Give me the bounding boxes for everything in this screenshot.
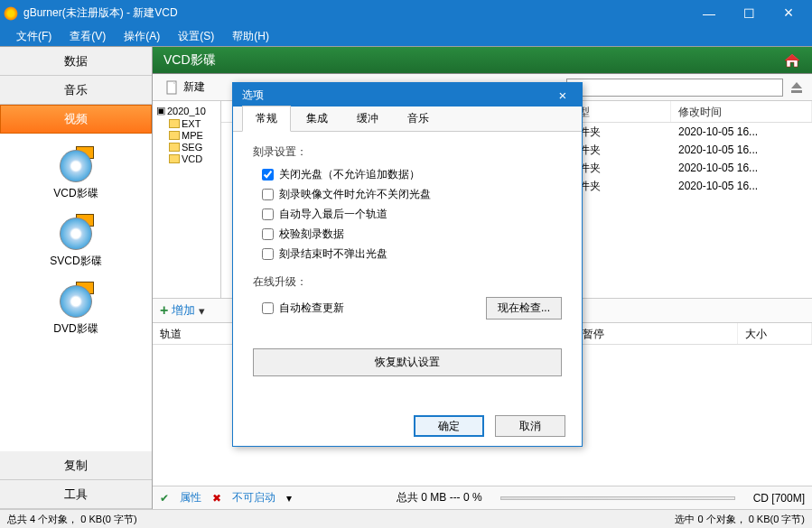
col-size[interactable]: 大小 [738, 323, 812, 344]
bootable-link[interactable]: 不可启动 [232, 490, 275, 505]
checkbox-auto-import[interactable]: 自动导入最后一个轨道 [262, 207, 562, 222]
folder-icon [169, 119, 180, 128]
checkbox-finalize[interactable]: 关闭光盘（不允许追加数据） [262, 167, 562, 182]
tab-cache[interactable]: 缓冲 [343, 106, 392, 131]
check-now-button[interactable]: 现在检查... [486, 297, 562, 320]
drive-dropdown[interactable] [566, 79, 783, 97]
plus-icon: + [160, 302, 168, 319]
maximize-button[interactable]: ☐ [729, 0, 769, 26]
tab-integration[interactable]: 集成 [293, 106, 341, 131]
checkbox-auto-update[interactable] [262, 302, 274, 314]
col-modified[interactable]: 修改时间 [671, 101, 812, 122]
col-type[interactable]: 型 [572, 101, 671, 122]
section-title: VCD影碟 [163, 52, 216, 69]
section-header: VCD影碟 [153, 47, 812, 74]
status-left: 总共 4 个对象， 0 KB(0 字节) [7, 513, 137, 526]
tree-item[interactable]: MPE [156, 130, 217, 141]
auto-check-label: 自动检查更新 [279, 301, 344, 316]
checkbox-input[interactable] [262, 189, 274, 200]
eject-icon[interactable] [789, 80, 805, 95]
tree-item[interactable]: SEG [156, 142, 217, 153]
menu-view[interactable]: 查看(V) [61, 27, 115, 46]
checkbox-input[interactable] [262, 208, 274, 220]
sidebar-item-label: DVD影碟 [0, 321, 152, 337]
checkbox-input[interactable] [262, 248, 274, 260]
sidebar-item-label: VCD影碟 [0, 186, 152, 201]
menubar: 文件(F) 查看(V) 操作(A) 设置(S) 帮助(H) [0, 26, 812, 46]
tab-general[interactable]: 常规 [242, 106, 291, 132]
menu-settings[interactable]: 设置(S) [169, 27, 223, 46]
sidebar: 数据 音乐 视频 VCD影碟 SVCD影碟 DVD影碟 复制 工具 [0, 47, 153, 509]
tree-panel: ▣2020_10 EXT MPE SEG VCD [153, 101, 221, 298]
bottom-bar: ✔ 属性 ✖ 不可启动 ▾ 总共 0 MB --- 0 % CD [700M] [153, 486, 812, 509]
sidebar-copy[interactable]: 复制 [0, 451, 152, 480]
checkbox-input[interactable] [262, 228, 274, 240]
dialog-title: 选项 [242, 88, 264, 103]
col-pause[interactable]: 暂停 [575, 323, 738, 344]
tab-music[interactable]: 音乐 [394, 106, 443, 131]
sidebar-item-label: SVCD影碟 [0, 254, 152, 269]
add-label: 增加 [172, 302, 195, 319]
document-icon [165, 80, 180, 95]
update-legend: 在线升级： [253, 274, 562, 290]
menu-action[interactable]: 操作(A) [115, 27, 169, 46]
checkbox-no-eject[interactable]: 刻录结束时不弹出光盘 [262, 246, 562, 262]
sidebar-video-items: VCD影碟 SVCD影碟 DVD影碟 [0, 134, 152, 451]
sidebar-music[interactable]: 音乐 [0, 76, 152, 105]
titlebar: gBurner(未注册版本) - 新建VCD — ☐ × [0, 0, 812, 26]
status-right: 选中 0 个对象， 0 KB(0 字节) [675, 513, 805, 526]
menu-help[interactable]: 帮助(H) [223, 27, 278, 46]
folder-icon [169, 143, 180, 152]
tree-root[interactable]: ▣2020_10 [156, 105, 217, 116]
restore-defaults-button[interactable]: 恢复默认设置 [253, 348, 562, 376]
options-dialog: 选项 × 常规 集成 缓冲 音乐 刻录设置： 关闭光盘（不允许追加数据） 刻录映… [232, 82, 583, 447]
checkbox-verify[interactable]: 校验刻录数据 [262, 227, 562, 242]
dialog-body: 刻录设置： 关闭光盘（不允许追加数据） 刻录映像文件时允许不关闭光盘 自动导入最… [233, 132, 582, 406]
sidebar-item-svcd[interactable]: SVCD影碟 [0, 214, 152, 269]
sidebar-data[interactable]: 数据 [0, 47, 152, 76]
tree-item[interactable]: EXT [156, 118, 217, 129]
properties-link[interactable]: 属性 [180, 490, 201, 505]
burn-settings-group: 刻录设置： 关闭光盘（不允许追加数据） 刻录映像文件时允许不关闭光盘 自动导入最… [253, 144, 562, 262]
dialog-titlebar: 选项 × [233, 83, 582, 107]
tree-item[interactable]: VCD [156, 153, 217, 164]
burn-legend: 刻录设置： [253, 144, 562, 160]
folder-icon [169, 131, 180, 140]
dialog-tabs: 常规 集成 缓冲 音乐 [233, 107, 582, 132]
capacity-slider[interactable] [500, 496, 735, 500]
ok-button[interactable]: 确定 [414, 415, 484, 437]
total-label: 总共 0 MB --- 0 % [397, 490, 482, 505]
checkbox-allow-image[interactable]: 刻录映像文件时允许不关闭光盘 [262, 187, 562, 202]
sidebar-tools[interactable]: 工具 [0, 480, 152, 509]
home-icon[interactable] [783, 52, 801, 69]
statusbar: 总共 4 个对象， 0 KB(0 字节) 选中 0 个对象， 0 KB(0 字节… [0, 509, 812, 528]
app-icon [4, 6, 18, 21]
checkbox-input[interactable] [262, 169, 274, 181]
minimize-button[interactable]: — [689, 0, 729, 26]
media-label[interactable]: CD [700M] [753, 492, 805, 505]
menu-file[interactable]: 文件(F) [7, 27, 61, 46]
folder-icon [169, 154, 180, 163]
sidebar-item-dvd[interactable]: DVD影碟 [0, 282, 152, 337]
close-button[interactable]: × [769, 0, 808, 26]
sidebar-item-vcd[interactable]: VCD影碟 [0, 146, 152, 201]
dialog-footer: 确定 取消 [233, 406, 582, 446]
window-title: gBurner(未注册版本) - 新建VCD [23, 5, 689, 21]
sidebar-video[interactable]: 视频 [0, 105, 152, 134]
update-group: 在线升级： 自动检查更新 现在检查... [253, 274, 562, 320]
dialog-close-button[interactable]: × [553, 88, 573, 103]
cancel-button[interactable]: 取消 [495, 415, 565, 437]
new-button[interactable]: 新建 [160, 78, 210, 97]
